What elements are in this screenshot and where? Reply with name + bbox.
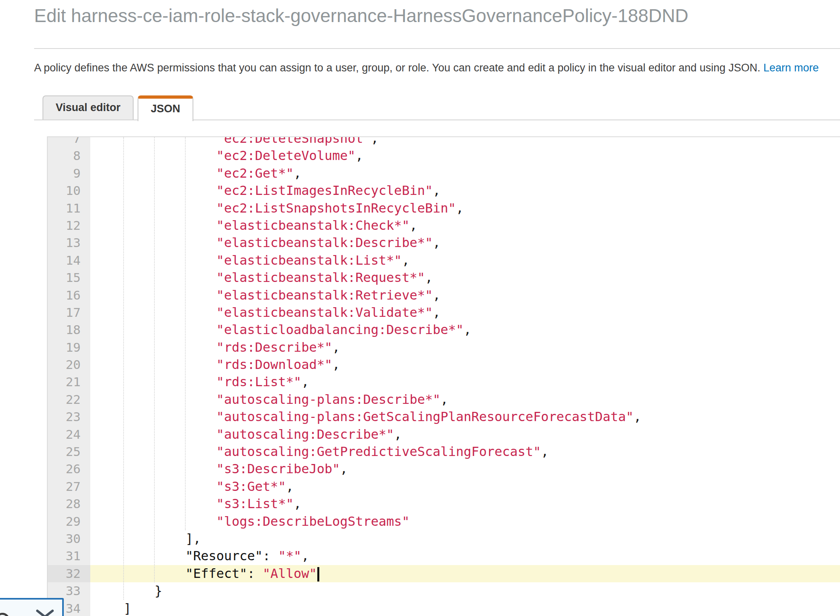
code-line[interactable]: 10 "ec2:ListImagesInRecycleBin", <box>48 182 840 199</box>
line-number: 13 <box>48 234 90 251</box>
code-line[interactable]: 25 "autoscaling:GetPredictiveScalingFore… <box>48 443 840 460</box>
page-title: Edit harness-ce-iam-role-stack-governanc… <box>34 5 840 29</box>
code-line[interactable]: 13 "elasticbeanstalk:Describe*", <box>48 234 840 251</box>
code-line[interactable]: 8 "ec2:DeleteVolume", <box>48 147 840 164</box>
iam-policy-edit-page: Edit harness-ce-iam-role-stack-governanc… <box>0 0 840 616</box>
line-number: 18 <box>48 321 90 338</box>
code-line[interactable]: 9 "ec2:Get*", <box>48 165 840 182</box>
line-number: 21 <box>48 373 90 391</box>
line-number: 32 <box>48 565 90 582</box>
partial-circle-icon <box>0 613 10 616</box>
code-line[interactable]: 24 "autoscaling:Describe*", <box>48 426 840 443</box>
code-line[interactable]: 12 "elasticbeanstalk:Check*", <box>48 217 840 234</box>
header-divider <box>34 48 840 49</box>
code-line[interactable]: 14 "elasticbeanstalk:List*", <box>48 252 840 269</box>
line-number: 20 <box>48 356 90 373</box>
code-line[interactable]: 26 "s3:DescribeJob", <box>48 460 840 478</box>
code-line[interactable]: 21 "rds:List*", <box>48 373 840 391</box>
line-number: 19 <box>48 339 90 356</box>
code-line[interactable]: 29 "logs:DescribeLogStreams" <box>48 513 840 530</box>
code-line[interactable]: 18 "elasticloadbalancing:Describe*", <box>48 321 840 338</box>
close-icon[interactable] <box>36 610 54 616</box>
line-number: 9 <box>48 165 90 182</box>
code-line[interactable]: 30 ], <box>48 530 840 547</box>
line-number: 16 <box>48 287 90 304</box>
code-line[interactable]: 23 "autoscaling-plans:GetScalingPlanReso… <box>48 408 840 426</box>
line-number: 22 <box>48 391 90 408</box>
code-line[interactable]: 17 "elasticbeanstalk:Validate*", <box>48 304 840 321</box>
line-number: 14 <box>48 252 90 269</box>
line-number: 29 <box>48 513 90 530</box>
line-number: 23 <box>48 408 90 426</box>
code-line[interactable]: 22 "autoscaling-plans:Describe*", <box>48 391 840 408</box>
code-line[interactable]: 32 "Effect": "Allow" <box>48 565 840 582</box>
line-number: 30 <box>48 530 90 547</box>
line-number: 25 <box>48 443 90 460</box>
line-number: 7 <box>48 136 90 147</box>
code-line[interactable]: 34 ] <box>48 600 840 616</box>
learn-more-link[interactable]: Learn more <box>763 62 819 74</box>
line-number: 26 <box>48 460 90 478</box>
line-number: 24 <box>48 426 90 443</box>
editor-tabstrip: Visual editor JSON <box>34 95 840 120</box>
code-line[interactable]: 28 "s3:List*", <box>48 495 840 513</box>
line-number: 17 <box>48 304 90 321</box>
text-cursor <box>317 567 319 582</box>
editor-notification-popup <box>0 598 64 616</box>
code-line[interactable]: 11 "ec2:ListSnapshotsInRecycleBin", <box>48 200 840 217</box>
line-number: 33 <box>48 582 90 600</box>
json-editor[interactable]: 7 "ec2:DeleteSnapshot",8 "ec2:DeleteVolu… <box>47 136 840 616</box>
code-line[interactable]: 19 "rds:Describe*", <box>48 339 840 356</box>
code-line[interactable]: 31 "Resource": "*", <box>48 547 840 565</box>
policy-description-text: A policy defines the AWS permissions tha… <box>34 62 763 74</box>
code-line[interactable]: 7 "ec2:DeleteSnapshot", <box>48 136 840 147</box>
line-number: 31 <box>48 547 90 565</box>
line-number: 8 <box>48 147 90 164</box>
tab-visual-editor[interactable]: Visual editor <box>43 95 134 120</box>
line-number: 12 <box>48 217 90 234</box>
line-number: 28 <box>48 495 90 513</box>
code-line[interactable]: 15 "elasticbeanstalk:Request*", <box>48 269 840 286</box>
code-line[interactable]: 20 "rds:Download*", <box>48 356 840 373</box>
policy-description: A policy defines the AWS permissions tha… <box>34 62 840 78</box>
line-number: 10 <box>48 182 90 199</box>
editor-rows: 7 "ec2:DeleteSnapshot",8 "ec2:DeleteVolu… <box>48 136 840 616</box>
line-number: 11 <box>48 200 90 217</box>
code-line[interactable]: 27 "s3:Get*", <box>48 478 840 495</box>
line-number: 27 <box>48 478 90 495</box>
code-line[interactable]: 16 "elasticbeanstalk:Retrieve*", <box>48 287 840 304</box>
line-number: 15 <box>48 269 90 286</box>
code-line[interactable]: 33 } <box>48 582 840 600</box>
tab-json[interactable]: JSON <box>138 95 193 121</box>
